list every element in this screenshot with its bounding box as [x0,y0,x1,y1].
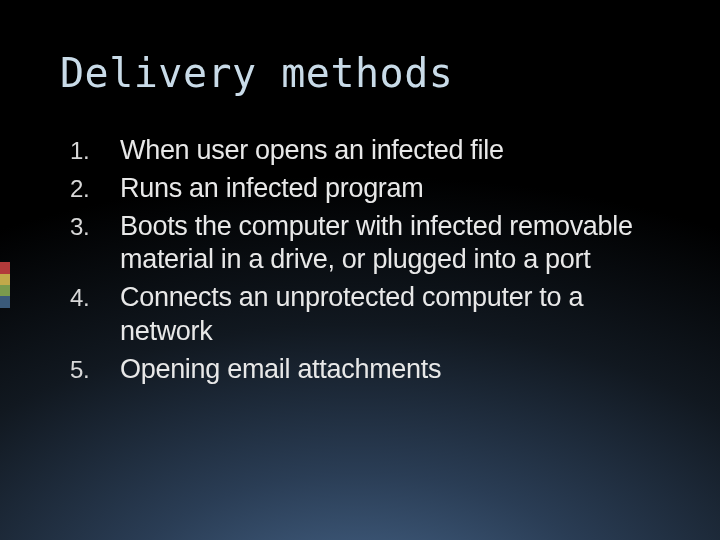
list-item: Runs an infected program [70,172,660,206]
slide: Delivery methods When user opens an infe… [0,0,720,540]
accent-seg-yellow [0,274,10,285]
accent-bar-colors [0,262,10,308]
list-item: When user opens an infected file [70,134,660,168]
accent-seg-blue [0,296,10,308]
accent-seg-red [0,262,10,274]
list-item: Opening email attachments [70,353,660,387]
slide-title: Delivery methods [60,50,660,96]
list-item: Connects an unprotected computer to a ne… [70,281,660,349]
delivery-methods-list: When user opens an infected file Runs an… [70,134,660,386]
accent-bar-top [0,46,10,98]
accent-seg-green [0,285,10,296]
list-item: Boots the computer with infected removab… [70,210,660,278]
